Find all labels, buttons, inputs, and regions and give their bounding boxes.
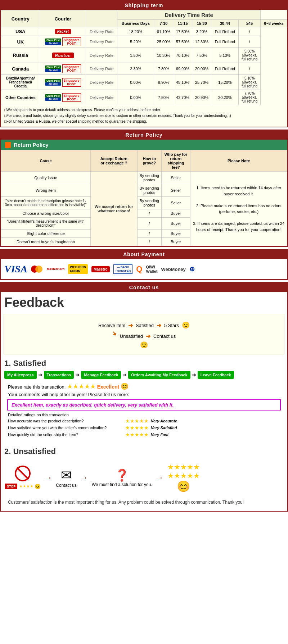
rating-row-3: How quickly did the seller ship the item… xyxy=(8,432,280,437)
how-wrong: By sendingphotos xyxy=(137,184,161,197)
step-orders-awaiting[interactable]: Orders Awaiting My Feedback xyxy=(128,371,190,379)
rate-ot-3044: 20.90% xyxy=(192,90,211,105)
no-sign-group: STOP ★★★★ 😟 xyxy=(4,466,41,490)
email-group: ✉ Contact us xyxy=(56,468,76,488)
courier-canada: China Post Air Mail SingaporePOST xyxy=(40,63,86,75)
rate-ca-710: 2.30% xyxy=(117,63,154,75)
shipping-header: Shipping term xyxy=(1,1,287,10)
cause-color: Slight color difference xyxy=(1,230,91,238)
country-header: Country xyxy=(1,10,40,27)
delivery-rate-brazil: Delivery Rate xyxy=(86,75,117,90)
country-usa: USA xyxy=(1,27,40,36)
return-table: Cause Accept Returnor exchange ? How to … xyxy=(1,150,287,246)
delivery-rate-usa: Delivery Rate xyxy=(86,27,117,36)
payment-header: About Payment xyxy=(1,250,287,259)
contact-flow-label: Contact us xyxy=(153,334,176,339)
who-quality: Seller xyxy=(161,172,190,184)
return-policy-title: Return Policy xyxy=(14,142,49,148)
contact-header: Contact us xyxy=(1,283,287,292)
table-row: Russia Ruston Delivery Rate 1.50% 10.30%… xyxy=(1,48,287,63)
return-policy-bar: Return Policy xyxy=(1,140,287,150)
country-other: Other Countries xyxy=(1,90,40,105)
rate-ca-3044: 20.00% xyxy=(192,63,211,75)
col-11-15: 11-15 xyxy=(173,20,192,27)
rate-usa-45: Full Refund xyxy=(211,27,239,36)
arrow-down-left: ➜ xyxy=(111,330,119,337)
step-arrow-4: ➜ xyxy=(192,372,196,378)
rating-row-1: How accurate was the product description… xyxy=(8,418,280,424)
email-icon: ✉ xyxy=(56,468,76,483)
excellent-text: Excellent xyxy=(97,384,119,390)
how-quality: By sendingphotos xyxy=(137,172,161,184)
courier-brazil: China Post Air Mail SingaporePOST xyxy=(40,75,86,90)
question-figure: ❓ xyxy=(92,468,152,482)
rate-br-710: 0.00% xyxy=(117,75,154,90)
col-how: How to prove? xyxy=(137,150,161,172)
shipping-note-2: □For cross-broad trade, shipping may sli… xyxy=(4,113,284,119)
rate-uk-45: Full Refund xyxy=(211,36,239,48)
step-my-aliexpress[interactable]: My Aliexpress xyxy=(4,371,37,379)
satisfied-emoji: 🙂 xyxy=(182,321,190,329)
who-color: Buyer xyxy=(161,230,190,238)
country-uk: UK xyxy=(1,36,40,48)
step-transactions[interactable]: Transactions xyxy=(44,371,74,379)
courier-other: China Post Air Mail SingaporePOST xyxy=(40,90,86,105)
rating-label-3: How quickly did the seller ship the item… xyxy=(8,432,123,437)
col-45: ≥45 xyxy=(239,20,261,27)
arrow-2: ➜ xyxy=(157,322,161,329)
return-row-quality: Quality Issue We accept return for whate… xyxy=(1,172,287,184)
delivery-rate-russia: Delivery Rate xyxy=(86,48,117,63)
rate-br-1115: 8.90% xyxy=(154,75,173,90)
courier-usa: Packet xyxy=(40,27,86,36)
rate-ru-710: 1.50% xyxy=(117,48,154,63)
rate-ru-68w: 5.50%≥8weeks,full refund xyxy=(239,48,261,63)
webmoney-icon: ⊕ xyxy=(189,265,195,273)
step-leave-feedback[interactable]: Leave Feedback xyxy=(198,371,234,379)
rate-ca-45: Full Refund xyxy=(211,63,239,75)
rate-uk-68w: / xyxy=(239,36,261,48)
qiwi-q: Q xyxy=(136,264,142,274)
stop-sign: STOP xyxy=(4,483,18,490)
excellent-emoji: 😊 xyxy=(121,383,129,390)
step-arrow-2: ➜ xyxy=(75,372,80,378)
shipping-note-3: □For United States & Russia, we offer sp… xyxy=(4,119,284,124)
rate-ca-1115: 7.80% xyxy=(154,63,173,75)
how-imagination: / xyxy=(137,238,161,246)
flow-arrow-1: → xyxy=(44,473,52,482)
step-manage-feedback[interactable]: Manage Feedback xyxy=(81,371,121,379)
rate-ca-1530: 69.90% xyxy=(173,63,192,75)
comments-row: Your comments will help other buyers! Pl… xyxy=(8,392,280,397)
receive-label: Receive item xyxy=(98,323,125,328)
who-size: Seller xyxy=(161,197,190,209)
who-imagination: Buyer xyxy=(161,238,190,246)
rate-ca-68w: / xyxy=(239,63,261,75)
rating-label-1: How accurate was the product description… xyxy=(8,419,123,423)
shipping-note-1: □We ship parcels to your default address… xyxy=(4,107,284,113)
no-sign xyxy=(15,466,31,481)
rate-ru-45: 5.10% xyxy=(211,48,239,63)
return-icon xyxy=(5,142,11,148)
feedback-title: Feedback xyxy=(1,292,287,312)
col-6-8weeks: 6~8 weeks xyxy=(261,20,287,27)
how-color: / xyxy=(137,230,161,238)
rating-desc-3: Very Fast xyxy=(151,432,168,437)
feedback-flow-box: Receive item ➜ Satisfied ➜ 5 Stars 🙂 ➜ U… xyxy=(4,314,284,354)
unsatisfied-title: 2. Unsatisfied xyxy=(4,447,284,456)
rate-br-68w: 5.10%≥8weeks,full refund xyxy=(239,75,261,90)
rate-text: Please rate this transaction: xyxy=(8,384,66,390)
rate-ot-710: 0.00% xyxy=(117,90,154,105)
rating-stars-3: ★★★★★ xyxy=(125,432,149,437)
qiwi-label: QIWIWallet xyxy=(146,265,157,273)
bank-transfer-logo: — BANKTRANSFER xyxy=(113,264,133,274)
rate-ot-1115: 7.50% xyxy=(154,90,173,105)
table-row: UK China Post Air Mail SingaporePOST Del… xyxy=(1,36,287,48)
delivery-time-header: Delivery Time Rate xyxy=(117,10,261,20)
rate-br-1530: 45.10% xyxy=(173,75,192,90)
webmoney-logo: WebMoney xyxy=(161,267,185,272)
satisfied-section: 1. Satisfied My Aliexpress ➜ Transaction… xyxy=(1,357,287,442)
rate-stars: ★★★★★ xyxy=(67,383,96,390)
rate-ru-3044: 7.50% xyxy=(192,48,211,63)
col-accept: Accept Returnor exchange ? xyxy=(91,150,138,172)
how-wrong-size: / xyxy=(137,209,161,218)
example-box: Excellent item, exactly as described, qu… xyxy=(7,399,281,411)
